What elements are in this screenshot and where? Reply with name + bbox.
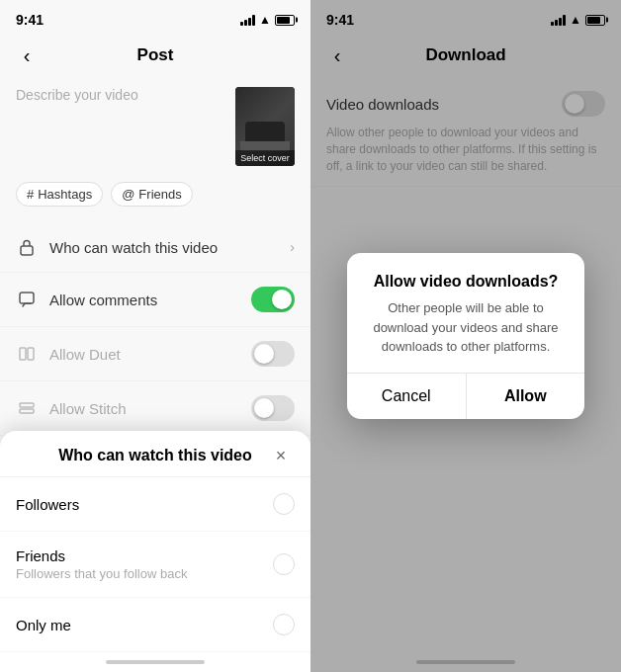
wifi-icon: ▲: [259, 13, 271, 27]
select-cover-label[interactable]: Select cover: [235, 150, 295, 166]
allow-comments-toggle[interactable]: [251, 287, 295, 312]
dialog-actions: Cancel Allow: [347, 373, 584, 419]
post-content: Describe your video Select cover # Hasht…: [0, 79, 310, 214]
allow-duet-label: Allow Duet: [49, 346, 251, 363]
back-button-left[interactable]: ‹: [12, 41, 42, 70]
setting-who-can-watch[interactable]: Who can watch this video ›: [0, 222, 310, 273]
battery-icon: [275, 15, 295, 26]
home-indicator-left: [106, 660, 205, 664]
cancel-button[interactable]: Cancel: [347, 374, 467, 419]
duet-icon: [16, 343, 38, 365]
sheet-title: Who can watch this video: [58, 447, 252, 464]
signal-icon: [240, 15, 255, 26]
followers-label: Followers: [16, 496, 273, 513]
setting-allow-comments[interactable]: Allow comments: [0, 273, 310, 327]
watch-option-followers[interactable]: Followers: [0, 477, 310, 532]
lock-icon: [16, 236, 38, 258]
only-me-radio[interactable]: [273, 614, 295, 635]
followers-content: Followers: [16, 496, 273, 513]
svg-rect-5: [20, 409, 34, 413]
allow-stitch-label: Allow Stitch: [49, 400, 251, 417]
friends-option-label: Friends: [16, 547, 273, 564]
sheet-close-button[interactable]: ×: [267, 442, 295, 469]
only-me-content: Only me: [16, 617, 273, 633]
hashtag-icon: #: [27, 187, 34, 202]
nav-bar-left: ‹ Post: [0, 36, 310, 79]
friends-sublabel: Followers that you follow back: [16, 566, 273, 581]
who-can-watch-sheet: Who can watch this video × Followers Fri…: [0, 431, 310, 672]
allow-comments-label: Allow comments: [49, 292, 251, 308]
only-me-label: Only me: [16, 617, 273, 633]
svg-rect-3: [28, 348, 34, 360]
allow-duet-toggle[interactable]: [251, 341, 295, 367]
setting-allow-duet[interactable]: Allow Duet: [0, 327, 310, 381]
tags-row: # Hashtags @ Friends: [16, 174, 295, 214]
setting-allow-stitch[interactable]: Allow Stitch: [0, 381, 310, 436]
bottom-indicator-left: [0, 652, 310, 672]
sheet-header: Who can watch this video ×: [0, 431, 310, 477]
status-bar-left: 9:41 ▲: [0, 0, 310, 36]
description-placeholder[interactable]: Describe your video: [16, 87, 223, 103]
allow-stitch-toggle[interactable]: [251, 395, 295, 421]
video-thumbnail[interactable]: Select cover: [235, 87, 295, 166]
svg-rect-4: [20, 403, 34, 407]
watch-option-only-me[interactable]: Only me: [0, 598, 310, 652]
time-left: 9:41: [16, 12, 44, 28]
page-title-left: Post: [137, 45, 174, 65]
stitch-icon: [16, 397, 38, 419]
dialog-overlay: Allow video downloads? Other people will…: [310, 0, 621, 672]
comment-icon: [16, 289, 38, 310]
dialog-title: Allow video downloads?: [367, 273, 565, 291]
who-can-watch-label: Who can watch this video: [49, 239, 290, 256]
svg-rect-2: [20, 348, 26, 360]
svg-rect-0: [21, 246, 33, 255]
dialog-message: Other people will be able to download yo…: [367, 298, 565, 357]
at-icon: @: [122, 187, 134, 202]
chevron-right-icon: ›: [290, 239, 295, 255]
hashtags-label: Hashtags: [38, 187, 92, 202]
video-description-row: Describe your video Select cover: [16, 79, 295, 174]
right-panel: 9:41 ▲ ‹ Download Video downloads: [310, 0, 621, 672]
watch-option-friends[interactable]: Friends Followers that you follow back: [0, 532, 310, 598]
friends-radio[interactable]: [273, 553, 295, 575]
followers-radio[interactable]: [273, 493, 295, 515]
left-panel: 9:41 ▲ ‹ Post Describe your video Select…: [0, 0, 310, 672]
status-icons-left: ▲: [240, 13, 295, 27]
friends-content: Friends Followers that you follow back: [16, 547, 273, 581]
allow-downloads-dialog: Allow video downloads? Other people will…: [347, 253, 584, 419]
svg-rect-1: [20, 293, 34, 303]
friends-chip[interactable]: @ Friends: [111, 182, 193, 207]
dialog-body: Allow video downloads? Other people will…: [347, 253, 584, 373]
hashtags-chip[interactable]: # Hashtags: [16, 182, 103, 207]
allow-button[interactable]: Allow: [467, 374, 585, 419]
friends-label: Friends: [138, 187, 181, 202]
